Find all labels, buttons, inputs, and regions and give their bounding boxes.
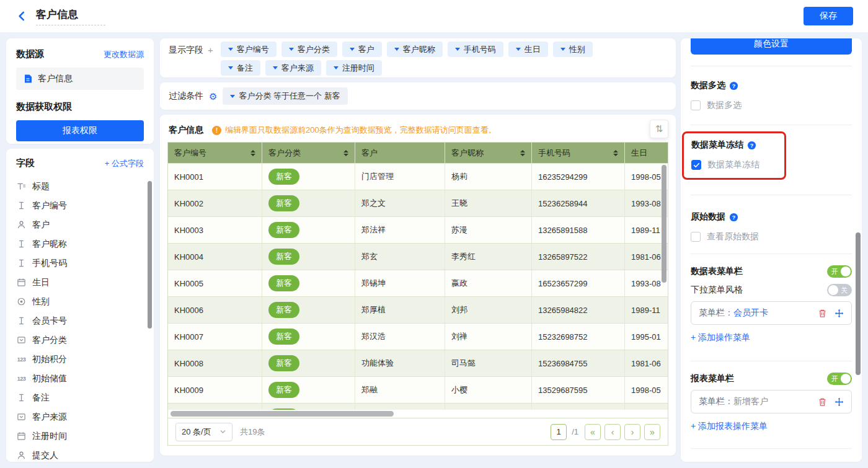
- report-menu-toggle[interactable]: 开: [827, 373, 852, 385]
- change-datasource-link[interactable]: 更改数据源: [104, 49, 144, 60]
- column-header[interactable]: 客户编号: [168, 143, 262, 163]
- color-settings-button[interactable]: 颜色设置: [691, 38, 852, 55]
- page-total-label: /1: [572, 427, 578, 436]
- multi-select-checkbox-label[interactable]: 数据多选: [707, 100, 742, 111]
- field-chip[interactable]: 客户编号: [221, 42, 277, 57]
- field-type-icon: [16, 182, 27, 191]
- field-item[interactable]: 客户编号: [16, 196, 154, 215]
- page-number-input[interactable]: 1: [551, 424, 567, 440]
- field-chip[interactable]: 性别: [553, 42, 593, 57]
- cell-birthday: 1981-06: [625, 350, 668, 376]
- add-action-menu-link[interactable]: + 添加操作菜单: [691, 332, 750, 343]
- help-icon[interactable]: ?: [729, 213, 738, 222]
- field-item[interactable]: 客户分类: [16, 330, 154, 350]
- raw-data-checkbox[interactable]: [691, 232, 701, 242]
- field-item[interactable]: 123 初始积分: [16, 350, 154, 369]
- field-item[interactable]: 生日: [16, 273, 154, 292]
- help-icon[interactable]: ?: [747, 141, 756, 150]
- table-horizontal-scrollbar[interactable]: [170, 411, 394, 417]
- field-item[interactable]: 性别: [16, 292, 154, 311]
- column-header[interactable]: 客户: [355, 143, 445, 163]
- sort-arrows-icon[interactable]: [250, 150, 255, 156]
- field-label: 会员卡号: [32, 316, 67, 327]
- column-header[interactable]: 客户昵称: [445, 143, 532, 163]
- field-chip[interactable]: 备注: [221, 60, 260, 76]
- delete-icon[interactable]: [818, 309, 827, 318]
- field-label: 初始积分: [32, 354, 67, 365]
- chevron-down-icon: [516, 48, 521, 51]
- raw-data-checkbox-label[interactable]: 查看原始数据: [707, 231, 759, 242]
- add-formula-field-link[interactable]: + 公式字段: [105, 158, 144, 169]
- table-vertical-scrollbar[interactable]: [662, 165, 666, 283]
- field-item[interactable]: 提交人: [16, 446, 154, 462]
- cell-customer-category: 新客: [262, 377, 355, 403]
- category-badge: 新客: [268, 222, 299, 238]
- field-item[interactable]: 客户: [16, 215, 154, 234]
- page-size-select[interactable]: 20 条/页: [175, 423, 232, 441]
- multi-select-checkbox[interactable]: [691, 100, 701, 110]
- menu-item-name[interactable]: 会员开卡: [733, 307, 768, 319]
- save-button[interactable]: 保存: [804, 7, 853, 25]
- divider: [691, 195, 852, 195]
- settings-scrollbar[interactable]: [856, 232, 861, 375]
- column-header[interactable]: 客户分类: [262, 143, 355, 163]
- sort-arrows-icon[interactable]: [613, 150, 618, 156]
- field-item[interactable]: 客户昵称: [16, 234, 154, 254]
- first-page-button[interactable]: «: [585, 424, 601, 440]
- cell-customer-category: 新客: [262, 350, 355, 376]
- field-item[interactable]: 注册时间: [16, 426, 154, 446]
- field-item[interactable]: 客户来源: [16, 407, 154, 426]
- cell-customer-category: 新客: [262, 324, 355, 350]
- datasource-item[interactable]: 客户信息: [16, 68, 144, 90]
- cell-birthday: 1995-01: [625, 324, 668, 350]
- field-chip[interactable]: 手机号码: [448, 42, 503, 57]
- annotation-highlight-box: 数据菜单冻结 ? 数据菜单冻结: [682, 131, 786, 180]
- field-item[interactable]: 手机号码: [16, 254, 154, 273]
- field-type-icon: [16, 316, 27, 325]
- help-icon[interactable]: ?: [729, 81, 738, 91]
- prev-page-button[interactable]: ‹: [604, 424, 621, 440]
- filter-condition-chip[interactable]: 客户分类 等于任意一个 新客: [223, 87, 347, 105]
- field-item[interactable]: 123 初始储值: [16, 369, 154, 388]
- dropdown-style-toggle[interactable]: 关: [827, 284, 852, 296]
- field-type-icon: [16, 335, 27, 345]
- field-type-icon: 123: [16, 376, 27, 382]
- move-icon[interactable]: [835, 309, 844, 318]
- gear-icon[interactable]: ⚙: [209, 92, 217, 101]
- cell-customer: 郑汉浩: [355, 324, 445, 350]
- cell-customer: [355, 404, 445, 410]
- field-item[interactable]: 标题: [16, 177, 154, 196]
- move-icon[interactable]: [835, 397, 844, 407]
- field-chip[interactable]: 客户昵称: [387, 42, 443, 57]
- preview-notice: ! 编辑界面只取数据源前200条作为查询数据预览，完整数据请访问页面查看。: [212, 125, 497, 136]
- add-display-field-button[interactable]: +: [208, 45, 213, 55]
- fields-scrollbar[interactable]: [148, 181, 152, 329]
- field-chip[interactable]: 客户: [342, 42, 382, 57]
- field-label: 客户: [32, 219, 50, 231]
- sort-order-button[interactable]: ⇅: [650, 120, 668, 138]
- field-chip[interactable]: 客户分类: [281, 42, 337, 57]
- last-page-button[interactable]: »: [644, 424, 660, 440]
- datasource-item-label: 客户信息: [38, 73, 73, 84]
- next-page-button[interactable]: ›: [624, 424, 640, 440]
- cell-nickname: 杨莉: [445, 164, 532, 190]
- field-chip-label: 备注: [237, 63, 253, 74]
- table-menu-toggle[interactable]: 开: [827, 265, 852, 278]
- menu-item-name[interactable]: 新增客户: [733, 396, 768, 407]
- field-chip[interactable]: 注册时间: [326, 60, 382, 76]
- field-chip[interactable]: 生日: [508, 42, 548, 57]
- report-permission-button[interactable]: 报表权限: [16, 120, 144, 141]
- menu-freeze-checkbox-label[interactable]: 数据菜单冻结: [707, 159, 760, 170]
- field-item[interactable]: 备注: [16, 388, 154, 407]
- sort-arrows-icon[interactable]: [520, 150, 525, 156]
- field-item[interactable]: 会员卡号: [16, 311, 154, 330]
- menu-freeze-checkbox[interactable]: [691, 160, 701, 170]
- back-icon[interactable]: [15, 9, 29, 23]
- sort-arrows-icon[interactable]: [343, 150, 348, 156]
- column-header[interactable]: 手机号码: [532, 143, 625, 163]
- delete-icon[interactable]: [818, 397, 827, 407]
- field-chip[interactable]: 客户来源: [265, 60, 321, 76]
- chevron-down-icon: [228, 48, 233, 51]
- add-report-action-menu-link[interactable]: + 添加报表操作菜单: [691, 421, 768, 432]
- column-header[interactable]: 生日: [625, 143, 668, 163]
